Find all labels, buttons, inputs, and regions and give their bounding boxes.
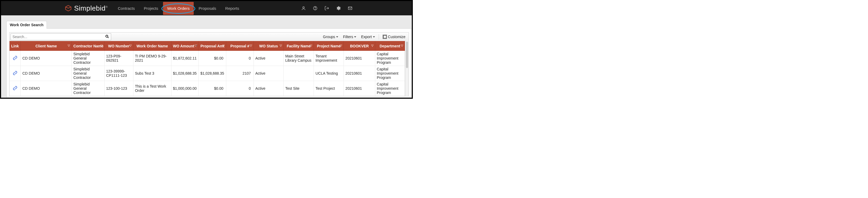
cell-contractor: Simplebid General Contractor	[72, 51, 104, 66]
cell-link[interactable]	[9, 66, 21, 81]
filter-icon[interactable]	[371, 44, 374, 48]
column-header-wonum[interactable]: WO Number	[104, 41, 133, 51]
row-link-icon[interactable]	[13, 87, 18, 91]
grid-toolbar: Groups Filters Export	[9, 32, 409, 41]
column-header-client[interactable]: Client Name	[21, 41, 72, 51]
cell-status: Active	[253, 51, 283, 66]
filter-icon[interactable]	[400, 44, 404, 48]
gear-icon	[383, 35, 387, 39]
cell-project: UCLA Testing	[314, 66, 344, 81]
cell-contractor: Simplebid General Contractor	[72, 81, 104, 96]
filter-icon[interactable]	[129, 44, 132, 48]
filter-icon[interactable]	[339, 44, 342, 48]
filter-icon[interactable]	[309, 44, 313, 48]
column-header-label: WO Amount	[173, 44, 194, 48]
nav-tab-contracts[interactable]: Contracts	[114, 2, 139, 15]
column-header-label: Link	[11, 44, 19, 48]
cell-woamount: $1,000,000.00	[171, 81, 199, 96]
search-icon[interactable]	[103, 34, 111, 39]
cell-wonum: 123-100-123	[104, 81, 133, 96]
caret-down-icon	[373, 36, 375, 37]
svg-point-4	[106, 35, 108, 37]
filter-icon[interactable]	[279, 44, 282, 48]
column-header-bookver[interactable]: BOOKVER	[344, 41, 375, 51]
nav-tab-reports[interactable]: Reports	[221, 2, 244, 15]
nav-tab-projects[interactable]: Projects	[140, 2, 162, 15]
nav-tabs: Contracts Projects Work Orders Proposals…	[114, 2, 243, 15]
work-orders-grid: LinkClient NameContractor NameWO NumberW…	[9, 41, 405, 96]
cell-project: Tenant Improvement	[314, 51, 344, 66]
column-header-dept[interactable]: Department	[375, 41, 405, 51]
cell-propnum: 0	[226, 51, 254, 66]
column-header-woamount[interactable]: WO Amount	[171, 41, 199, 51]
column-header-propnum[interactable]: Proposal #	[226, 41, 254, 51]
cell-contractor: Simplebid General Contractor	[72, 66, 104, 81]
mail-icon[interactable]	[348, 6, 352, 10]
cell-wonum: 123-39999-CP1111-123	[104, 66, 133, 81]
table-row: CD DEMOSimplebid General Contractor123-3…	[9, 66, 405, 81]
row-link-icon[interactable]	[13, 72, 18, 76]
row-link-icon[interactable]	[13, 57, 18, 61]
page-tab-work-order-search[interactable]: Work Order Search	[6, 21, 47, 29]
cell-facility	[283, 66, 314, 81]
column-header-status[interactable]: WO Status	[253, 41, 283, 51]
column-header-link[interactable]: Link	[9, 41, 21, 51]
filter-icon[interactable]	[100, 44, 103, 48]
settings-gear-icon[interactable]	[336, 6, 341, 10]
groups-dropdown[interactable]: Groups	[321, 34, 340, 40]
cell-link[interactable]	[9, 81, 21, 96]
brand-logo[interactable]: Simplebid®	[1, 4, 114, 12]
cell-status: Active	[253, 66, 283, 81]
cell-status: Active	[253, 81, 283, 96]
cell-propnum: 2107	[226, 66, 254, 81]
cell-client: CD DEMO	[21, 81, 72, 96]
table-row: CD DEMOSimplebid General Contractor123-1…	[9, 81, 405, 96]
filter-icon[interactable]	[222, 44, 225, 48]
column-header-facility[interactable]: Facility Name	[283, 41, 314, 51]
cell-propamt: $1,028,688.35	[199, 66, 226, 81]
column-header-label: BOOKVER	[350, 44, 369, 48]
nav-tab-work-orders[interactable]: Work Orders	[163, 2, 194, 15]
cell-facility: Main Street Library Campus	[283, 51, 314, 66]
column-header-label: Proposal Amt	[200, 44, 224, 48]
brand-name: Simplebid®	[74, 4, 108, 12]
logout-icon[interactable]	[324, 6, 329, 10]
nav-tab-label: Projects	[144, 6, 158, 10]
nav-tab-label: Contracts	[118, 6, 135, 10]
cell-propnum: 0	[226, 81, 254, 96]
dropdown-label: Export	[361, 35, 372, 39]
scrollbar-thumb[interactable]	[406, 41, 408, 68]
caret-down-icon	[354, 36, 356, 37]
search-input[interactable]	[11, 34, 103, 40]
column-header-contractor[interactable]: Contractor Name	[72, 41, 104, 51]
top-nav: Simplebid® Contracts Projects Work Order…	[1, 1, 412, 16]
nav-tab-label: Work Orders	[167, 6, 190, 10]
cell-dept: Capital Improvement Program	[375, 51, 405, 66]
cell-woname: Subs Test 3	[133, 66, 171, 81]
cell-link[interactable]	[9, 51, 21, 66]
column-header-propamt[interactable]: Proposal Amt	[199, 41, 226, 51]
column-header-woname[interactable]: Work Order Name	[133, 41, 171, 51]
export-dropdown[interactable]: Export	[360, 34, 376, 40]
filter-icon[interactable]	[67, 44, 70, 48]
brand-icon	[65, 4, 72, 12]
filter-icon[interactable]	[249, 44, 252, 48]
nav-tab-label: Reports	[225, 6, 239, 10]
vertical-scrollbar[interactable]	[405, 41, 409, 96]
cell-client: CD DEMO	[21, 51, 72, 66]
grid-header-row: LinkClient NameContractor NameWO NumberW…	[9, 41, 405, 51]
toolbar-separator	[379, 34, 379, 39]
cell-dept: Capital Improvement Program	[375, 81, 405, 96]
user-icon[interactable]	[301, 6, 306, 10]
filter-icon[interactable]	[194, 44, 197, 48]
customize-button[interactable]: Customize	[381, 34, 407, 40]
nav-icons	[301, 6, 408, 10]
column-header-project[interactable]: Project Name	[314, 41, 344, 51]
column-header-label: Proposal #	[230, 44, 250, 48]
column-header-label: Department	[379, 44, 400, 48]
nav-tab-proposals[interactable]: Proposals	[194, 2, 220, 15]
search-box	[10, 33, 111, 40]
filters-dropdown[interactable]: Filters	[341, 34, 358, 40]
help-icon[interactable]	[313, 6, 317, 10]
column-header-label: Work Order Name	[136, 44, 168, 48]
